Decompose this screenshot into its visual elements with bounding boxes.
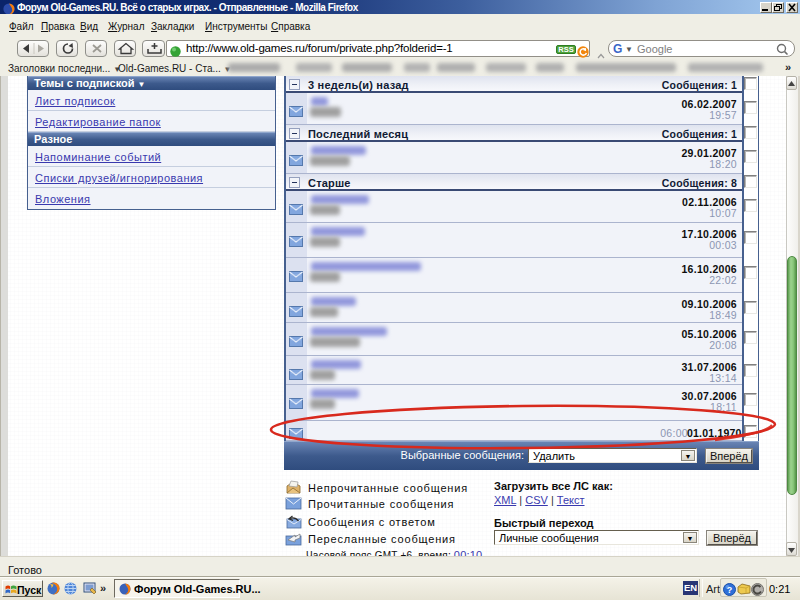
- svg-text:?: ?: [727, 585, 733, 595]
